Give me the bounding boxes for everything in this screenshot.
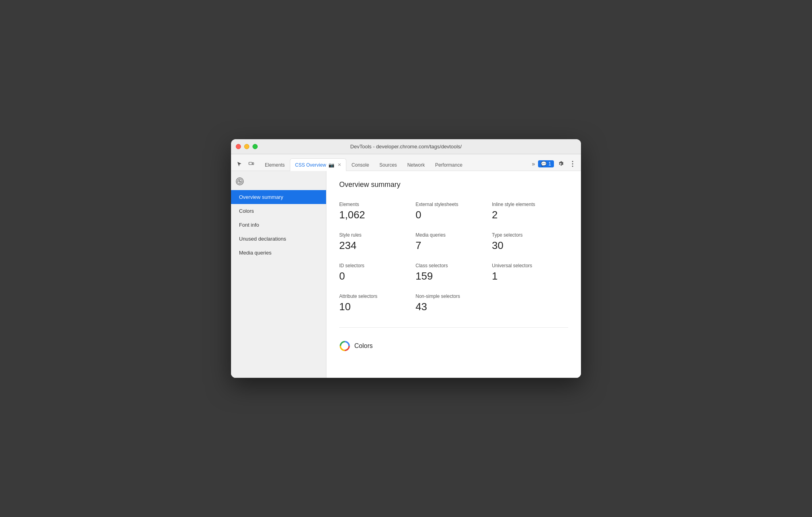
tabbar: Elements CSS Overview 📷 ✕ Console Source… <box>231 154 581 171</box>
sidebar-item-media-queries-label: Media queries <box>239 250 272 256</box>
stat-class-selectors-label: Class selectors <box>416 263 486 268</box>
section-divider <box>339 327 568 328</box>
stat-style-rules-value: 234 <box>339 239 409 252</box>
stat-attribute-selectors-label: Attribute selectors <box>339 293 409 299</box>
stat-class-selectors-value: 159 <box>416 270 486 282</box>
stat-non-simple-selectors-label: Non-simple selectors <box>416 293 486 299</box>
sidebar-item-colors-label: Colors <box>239 208 254 214</box>
stats-grid: Elements 1,062 External stylesheets 0 In… <box>339 198 568 321</box>
sidebar-header <box>231 174 326 189</box>
stat-attribute-selectors-value: 10 <box>339 301 409 313</box>
stat-elements: Elements 1,062 <box>339 198 416 229</box>
no-icon <box>236 177 244 185</box>
stat-external-stylesheets-value: 0 <box>416 209 486 221</box>
page-title: Overview summary <box>339 181 568 189</box>
feedback-button[interactable]: 💬 1 <box>538 160 554 167</box>
svg-rect-1 <box>253 163 254 165</box>
stat-media-queries-label: Media queries <box>416 232 486 238</box>
toolbar-left <box>234 159 256 171</box>
tab-performance[interactable]: Performance <box>430 158 468 171</box>
maximize-button[interactable] <box>253 144 258 149</box>
stat-attribute-selectors: Attribute selectors 10 <box>339 290 416 321</box>
devtools-window: DevTools - developer.chrome.com/tags/dev… <box>231 139 581 378</box>
svg-point-4 <box>572 166 573 167</box>
tab-close-icon[interactable]: ✕ <box>338 162 341 167</box>
stat-id-selectors: ID selectors 0 <box>339 260 416 290</box>
stat-elements-label: Elements <box>339 202 409 207</box>
sidebar-item-unused-declarations[interactable]: Unused declarations <box>231 232 326 246</box>
stat-media-queries-value: 7 <box>416 239 486 252</box>
stat-empty <box>492 290 568 321</box>
stat-class-selectors: Class selectors 159 <box>416 260 492 290</box>
stat-style-rules: Style rules 234 <box>339 229 416 260</box>
tab-elements[interactable]: Elements <box>260 158 290 171</box>
stat-inline-style-elements-value: 2 <box>492 209 562 221</box>
main-content: Overview summary Colors Font info Unused… <box>231 171 581 378</box>
tab-network[interactable]: Network <box>402 158 430 171</box>
stat-universal-selectors: Universal selectors 1 <box>492 260 568 290</box>
tab-sources-label: Sources <box>379 162 397 168</box>
sidebar: Overview summary Colors Font info Unused… <box>231 171 326 378</box>
stat-external-stylesheets: External stylesheets 0 <box>416 198 492 229</box>
traffic-lights <box>236 144 258 149</box>
content-area: Overview summary Elements 1,062 External… <box>326 171 581 378</box>
tab-network-label: Network <box>407 162 425 168</box>
badge-count: 1 <box>548 161 551 167</box>
stat-elements-value: 1,062 <box>339 209 409 221</box>
stat-universal-selectors-value: 1 <box>492 270 562 282</box>
titlebar: DevTools - developer.chrome.com/tags/dev… <box>231 139 581 154</box>
content-inner: Overview summary Elements 1,062 External… <box>326 171 581 364</box>
more-options-button[interactable] <box>567 159 578 169</box>
colors-section-title: Colors <box>354 342 373 350</box>
tab-performance-label: Performance <box>435 162 462 168</box>
close-button[interactable] <box>236 144 241 149</box>
stat-external-stylesheets-label: External stylesheets <box>416 202 486 207</box>
cursor-icon[interactable] <box>234 159 245 169</box>
sidebar-item-unused-declarations-label: Unused declarations <box>239 236 286 242</box>
more-tabs-button[interactable]: » <box>530 160 537 168</box>
stat-universal-selectors-label: Universal selectors <box>492 263 562 268</box>
stat-media-queries: Media queries 7 <box>416 229 492 260</box>
sidebar-nav: Overview summary Colors Font info Unused… <box>231 189 326 261</box>
svg-rect-0 <box>249 162 252 165</box>
stat-type-selectors-label: Type selectors <box>492 232 562 238</box>
stat-id-selectors-label: ID selectors <box>339 263 409 268</box>
stat-inline-style-elements: Inline style elements 2 <box>492 198 568 229</box>
stat-type-selectors: Type selectors 30 <box>492 229 568 260</box>
stat-id-selectors-value: 0 <box>339 270 409 282</box>
tab-css-overview[interactable]: CSS Overview 📷 ✕ <box>290 158 346 171</box>
minimize-button[interactable] <box>244 144 249 149</box>
colors-wheel-icon <box>339 340 350 352</box>
sidebar-item-overview-summary-label: Overview summary <box>239 194 283 200</box>
sidebar-item-font-info-label: Font info <box>239 222 259 228</box>
sidebar-item-media-queries[interactable]: Media queries <box>231 246 326 260</box>
chat-icon: 💬 <box>541 161 547 167</box>
svg-point-3 <box>572 163 573 165</box>
settings-button[interactable] <box>556 159 566 169</box>
tab-sources[interactable]: Sources <box>374 158 402 171</box>
colors-section: Colors <box>339 334 568 355</box>
stat-style-rules-label: Style rules <box>339 232 409 238</box>
tab-css-overview-label: CSS Overview <box>295 162 326 168</box>
stat-non-simple-selectors-value: 43 <box>416 301 486 313</box>
tab-console-label: Console <box>352 162 369 168</box>
capture-icon: 📷 <box>328 162 334 168</box>
stat-type-selectors-value: 30 <box>492 239 562 252</box>
stat-inline-style-elements-label: Inline style elements <box>492 202 562 207</box>
sidebar-item-overview-summary[interactable]: Overview summary <box>231 190 326 204</box>
stat-non-simple-selectors: Non-simple selectors 43 <box>416 290 492 321</box>
svg-point-2 <box>572 161 573 162</box>
sidebar-item-font-info[interactable]: Font info <box>231 218 326 232</box>
tab-elements-label: Elements <box>265 162 285 168</box>
tab-console[interactable]: Console <box>346 158 374 171</box>
sidebar-item-colors[interactable]: Colors <box>231 204 326 218</box>
window-title: DevTools - developer.chrome.com/tags/dev… <box>350 144 462 150</box>
toolbar-right: » 💬 1 <box>530 159 578 171</box>
device-toolbar-icon[interactable] <box>246 159 256 169</box>
